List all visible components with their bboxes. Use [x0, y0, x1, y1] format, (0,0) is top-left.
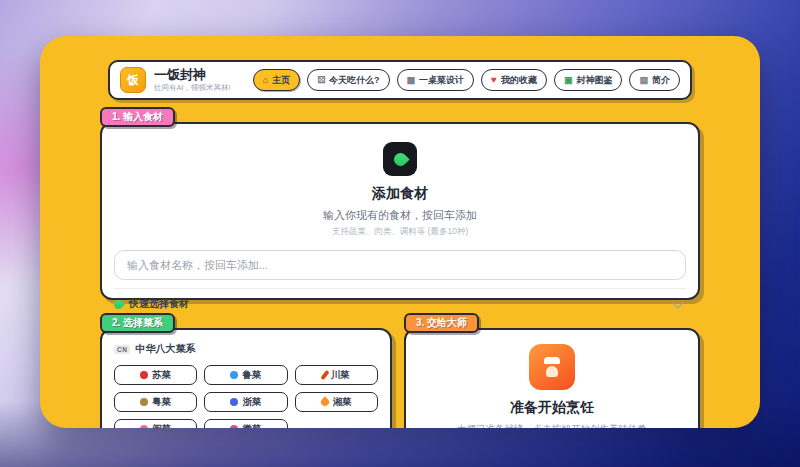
main-nav: ⌂ 主页 ⚄ 今天吃什么? ▦ 一桌菜设计 ♥ 我的收藏 ▣ 封神图鉴 ▤ 简介 — [253, 69, 680, 91]
ingredients-hint: 支持蔬菜、肉类、调料等 (最多10种) — [102, 226, 698, 238]
master-title: 准备开始烹饪 — [406, 399, 698, 417]
cuisine-button-xiang[interactable]: 湘菜 — [295, 392, 378, 412]
info-icon: ▤ — [639, 76, 648, 85]
cuisine-group-label: CN 中华八大菜系 — [114, 342, 378, 356]
home-icon: ⌂ — [263, 76, 268, 85]
shrimp-icon — [140, 371, 148, 379]
chevron-down-icon — [672, 297, 683, 308]
nav-label: 主页 — [272, 74, 290, 87]
soup-icon — [140, 425, 148, 428]
drumstick-icon — [140, 398, 148, 406]
cuisine-button-hui[interactable]: 徽菜 — [204, 419, 287, 428]
app-subtitle: 灶间有AI，顿顿米其林! — [154, 84, 231, 92]
section-tag-cuisine: 2. 选择菜系 — [100, 313, 175, 333]
app-title-block: 一饭封神 灶间有AI，顿顿米其林! — [154, 68, 231, 93]
cuisine-button-zhe[interactable]: 浙菜 — [204, 392, 287, 412]
cuisine-button-min[interactable]: 闽菜 — [114, 419, 197, 428]
dice-icon: ⚄ — [317, 76, 325, 85]
nav-gallery-button[interactable]: ▣ 封神图鉴 — [554, 69, 623, 91]
app-header: 饭 一饭封神 灶间有AI，顿顿米其林! ⌂ 主页 ⚄ 今天吃什么? ▦ 一桌菜设… — [108, 60, 692, 100]
nav-about-button[interactable]: ▤ 简介 — [629, 69, 680, 91]
cuisine-button-lu[interactable]: 鲁菜 — [204, 365, 287, 385]
picture-icon: ▣ — [564, 76, 573, 85]
nav-label: 今天吃什么? — [329, 74, 380, 87]
nav-label: 一桌菜设计 — [419, 74, 464, 87]
cuisine-grid: 苏菜 鲁菜 川菜 粤菜 浙菜 湘菜 — [114, 365, 378, 428]
ingredients-card: 添加食材 输入你现有的食材，按回车添加 支持蔬菜、肉类、调料等 (最多10种) … — [100, 122, 700, 300]
nav-label: 我的收藏 — [501, 74, 537, 87]
heart-icon: ♥ — [491, 75, 497, 85]
app-logo-icon: 饭 — [120, 67, 146, 93]
vegetable-icon — [383, 142, 417, 176]
cuisine-button-yue[interactable]: 粤菜 — [114, 392, 197, 412]
app-window: 饭 一饭封神 灶间有AI，顿顿米其林! ⌂ 主页 ⚄ 今天吃什么? ▦ 一桌菜设… — [40, 36, 760, 428]
table-grid-icon: ▦ — [407, 76, 416, 85]
nav-table-design-button[interactable]: ▦ 一桌菜设计 — [397, 69, 475, 91]
nav-home-button[interactable]: ⌂ 主页 — [253, 69, 300, 91]
leaf-icon — [391, 150, 409, 168]
cuisine-button-su[interactable]: 苏菜 — [114, 365, 197, 385]
fish-icon — [230, 371, 238, 379]
quick-select-toggle[interactable]: 快速选择食材 — [114, 288, 686, 319]
quick-select-label: 快速选择食材 — [129, 297, 189, 311]
nav-label: 封神图鉴 — [576, 74, 612, 87]
leaf-small-icon — [112, 298, 125, 311]
ingredients-title: 添加食材 — [102, 185, 698, 203]
cuisine-card: CN 中华八大菜系 苏菜 鲁菜 川菜 粤菜 浙菜 — [100, 328, 392, 428]
nav-what-to-eat-button[interactable]: ⚄ 今天吃什么? — [307, 69, 389, 91]
chef-icon — [529, 344, 575, 390]
master-desc: 大师已准备就绪，点击按钮开始创作美味佳肴 — [406, 423, 698, 428]
section-tag-master: 3. 交给大师 — [404, 313, 479, 333]
master-card: 准备开始烹饪 大师已准备就绪，点击按钮开始创作美味佳肴 ⚙ 当前配置 — [404, 328, 700, 428]
chili-icon — [320, 370, 329, 380]
app-title: 一饭封神 — [154, 68, 231, 82]
ingredient-input[interactable] — [114, 250, 686, 280]
cn-flag-icon: CN — [114, 345, 130, 354]
desktop-background: { "app": { "logo_text": "饭", "title": "一… — [0, 0, 800, 467]
cuisine-button-chuan[interactable]: 川菜 — [295, 365, 378, 385]
ingredients-desc: 输入你现有的食材，按回车添加 — [102, 208, 698, 223]
mushroom-icon — [230, 425, 238, 428]
flame-icon — [319, 396, 330, 407]
nav-label: 简介 — [652, 74, 670, 87]
nav-favorites-button[interactable]: ♥ 我的收藏 — [481, 69, 547, 91]
seafood-icon — [230, 398, 238, 406]
section-tag-ingredients: 1. 输入食材 — [100, 107, 175, 127]
